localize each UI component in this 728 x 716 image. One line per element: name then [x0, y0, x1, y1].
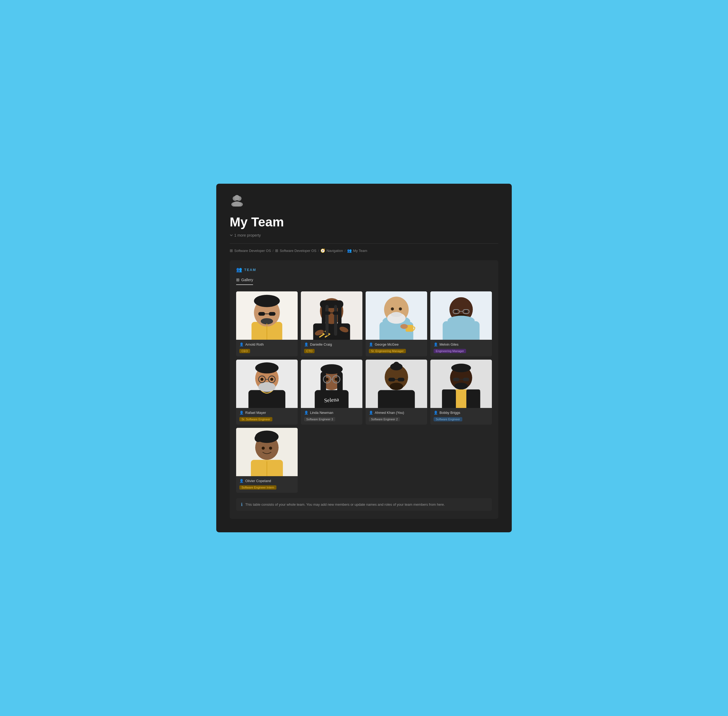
role-badge-george-mcgee: Sr. Engineering Manager [369, 349, 406, 353]
card-name-row-rafael-mayer: 👤Rafael Mayer [239, 411, 295, 415]
breadcrumb-icon-3: 🧭 [321, 249, 325, 253]
member-name-melvin-giles: Melvin Giles [439, 343, 459, 346]
role-badge-bobby-briggs: Software Engineer [433, 417, 462, 422]
more-property-toggle[interactable]: 1 more property [229, 233, 499, 237]
svg-point-89 [454, 382, 468, 389]
team-card-olivier-copeland[interactable]: 👤Olivier CopelandSoftware Engineer Inter… [236, 428, 298, 493]
svg-rect-10 [258, 312, 265, 316]
svg-point-100 [269, 446, 272, 449]
gallery-tab-icon: ⊞ [236, 278, 240, 282]
role-badge-melvin-giles: Engineering Manager [433, 349, 466, 353]
breadcrumb-sep-3: / [345, 249, 346, 253]
svg-point-57 [270, 378, 273, 381]
svg-rect-71 [378, 390, 415, 408]
breadcrumb-sep-2: / [318, 249, 319, 253]
team-container: 👥 TEAM ⊞ Gallery 👤Arnold Ro [229, 260, 499, 519]
team-header: 👥 TEAM [236, 267, 492, 273]
svg-rect-76 [398, 378, 404, 381]
team-card-arnold-roth[interactable]: 👤Arnold RothCEO [236, 291, 298, 356]
person-icon: 👤 [239, 411, 244, 415]
svg-point-68 [325, 378, 328, 381]
svg-point-52 [258, 382, 275, 392]
card-name-row-danielle-craig: 👤Danielle Craig [304, 343, 359, 346]
breadcrumb-item-4[interactable]: 👥 My Team [347, 249, 367, 253]
card-name-row-bobby-briggs: 👤Bobby Briggs [433, 411, 489, 415]
breadcrumb: ⊞ Software Developer OS / ⊞ Software Dev… [229, 249, 499, 253]
breadcrumb-item-1[interactable]: ⊞ Software Developer OS [229, 249, 271, 253]
avatar-ahmed-khan [366, 360, 427, 408]
person-icon: 👤 [304, 343, 309, 346]
member-name-rafael-mayer: Rafael Mayer [245, 411, 266, 415]
team-card-rafael-mayer[interactable]: 👤Rafael MayerSr. Software Engineer [236, 360, 298, 425]
card-name-row-melvin-giles: 👤Melvin Giles [433, 343, 489, 346]
footer-info-icon: ℹ [241, 502, 243, 507]
member-name-ahmed-khan: Ahmed Khan (You) [375, 411, 404, 415]
breadcrumb-icon-2: ⊞ [275, 249, 278, 253]
svg-rect-24 [333, 311, 339, 315]
breadcrumb-label-2: Software Developer OS [280, 249, 316, 253]
team-card-ahmed-khan[interactable]: 👤Ahmed Khan (You)Software Engineer 2 [366, 360, 427, 425]
member-name-arnold-roth: Arnold Roth [245, 343, 264, 346]
svg-point-47 [448, 316, 475, 326]
svg-point-37 [400, 324, 407, 329]
role-badge-arnold-roth: CEO [239, 349, 250, 353]
person-icon: 👤 [369, 343, 373, 346]
person-icon: 👤 [239, 343, 244, 346]
avatar-rafael-mayer [236, 360, 298, 408]
person-icon: 👤 [369, 411, 373, 415]
team-section-icon: 👥 [236, 267, 242, 273]
svg-rect-19 [322, 306, 325, 331]
svg-point-4 [234, 195, 240, 200]
header-divider [229, 243, 499, 244]
svg-rect-21 [325, 305, 328, 336]
avatar-melvin-giles [430, 291, 492, 340]
team-card-danielle-craig[interactable]: 👤Danielle CraigCTO [301, 291, 362, 356]
svg-rect-11 [269, 312, 275, 316]
svg-rect-87 [463, 378, 469, 381]
svg-point-33 [391, 312, 402, 317]
breadcrumb-icon-1: ⊞ [229, 249, 233, 253]
breadcrumb-item-3[interactable]: 🧭 Navigation [321, 249, 343, 253]
svg-point-74 [393, 362, 400, 368]
svg-rect-82 [442, 390, 456, 408]
svg-rect-23 [324, 311, 330, 315]
svg-rect-86 [453, 378, 459, 381]
team-card-melvin-giles[interactable]: 👤Melvin GilesEngineering Manager [430, 291, 492, 356]
gallery-tab-label: Gallery [241, 278, 253, 282]
team-section-label: TEAM [244, 268, 256, 272]
svg-point-85 [451, 363, 471, 372]
role-badge-olivier-copeland: Software Engineer Intern [239, 485, 277, 490]
avatar-bobby-briggs [430, 360, 492, 408]
person-icon: 👤 [433, 411, 438, 415]
card-name-row-george-mcgee: 👤George McGee [369, 343, 424, 346]
svg-point-46 [465, 310, 467, 312]
breadcrumb-sep-1: / [273, 249, 274, 253]
breadcrumb-item-2[interactable]: ⊞ Software Developer OS [275, 249, 316, 253]
svg-point-35 [399, 307, 402, 310]
card-name-row-linda-newman: 👤Linda Newman [304, 411, 359, 415]
person-icon: 👤 [433, 343, 438, 346]
svg-point-99 [261, 446, 264, 449]
svg-point-9 [254, 294, 280, 307]
avatar-george-mcgee [366, 291, 427, 340]
gallery-tab[interactable]: ⊞ Gallery [236, 278, 253, 285]
member-name-george-mcgee: George McGee [375, 343, 399, 346]
svg-point-69 [335, 378, 338, 381]
team-card-bobby-briggs[interactable]: 👤Bobby BriggsSoftware Engineer [430, 360, 492, 425]
team-card-george-mcgee[interactable]: 👤George McGeeSr. Engineering Manager [366, 291, 427, 356]
svg-rect-22 [334, 305, 337, 336]
person-icon: 👤 [239, 479, 244, 483]
role-badge-ahmed-khan: Software Engineer 2 [369, 417, 400, 422]
card-name-row-arnold-roth: 👤Arnold Roth [239, 343, 295, 346]
team-card-linda-newman[interactable]: Selena 👤Linda NewmanSoftware Engineer 3 [301, 360, 362, 425]
avatar-olivier-copeland [236, 428, 298, 476]
svg-rect-83 [467, 390, 480, 408]
avatar-linda-newman: Selena [301, 360, 362, 408]
breadcrumb-icon-4: 👥 [347, 249, 352, 253]
footer-info: ℹ This table consists of your whole team… [236, 498, 492, 511]
footer-message: This table consists of your whole team. … [245, 502, 445, 507]
member-name-danielle-craig: Danielle Craig [310, 343, 332, 346]
page-icon [229, 194, 499, 209]
svg-point-96 [260, 432, 266, 438]
gallery-grid: 👤Arnold RothCEO 👤Danielle CraigCTO [236, 291, 492, 493]
